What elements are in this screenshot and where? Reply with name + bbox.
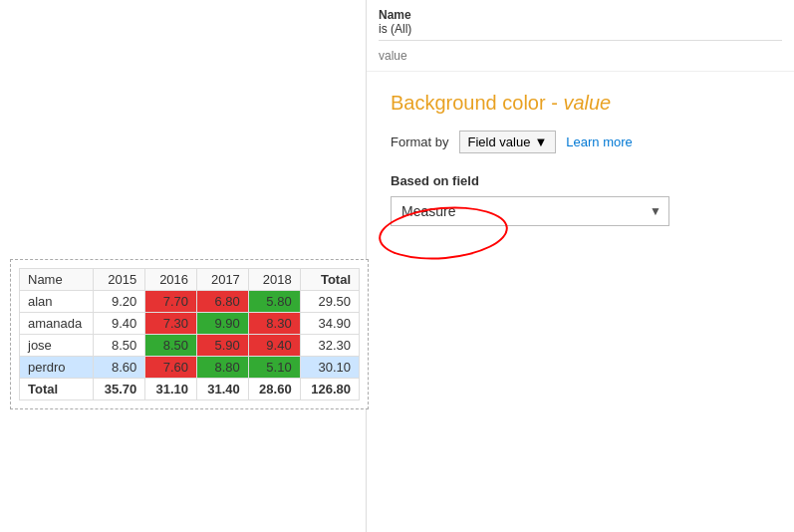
panel-content: Background color - value Format by Field…: [367, 72, 794, 246]
field-dropdown-container[interactable]: Measure ▼: [391, 196, 669, 226]
cell-2018: 5.80: [248, 291, 300, 313]
cell-name: amanada: [20, 313, 94, 335]
format-select-arrow: ▼: [534, 134, 547, 149]
table-row: perdro 8.60 7.60 8.80 5.10 30.10: [20, 357, 360, 379]
filter-header: Name is (All) value: [367, 0, 794, 72]
cell-2018: 5.10: [248, 357, 300, 379]
cell-2017: 8.80: [197, 357, 249, 379]
table-header-row: Name 2015 2016 2017 2018 Total: [20, 269, 360, 291]
col-header-2016: 2016: [145, 269, 197, 291]
cell-total-2015: 35.70: [94, 379, 145, 400]
cell-total: 32.30: [300, 335, 359, 357]
format-by-label: Format by: [391, 134, 449, 149]
cell-2017: 9.90: [197, 313, 249, 335]
cell-2016: 7.30: [145, 313, 197, 335]
table-area: Name 2015 2016 2017 2018 Total alan 9.20…: [10, 259, 369, 409]
cell-2016: 8.50: [145, 335, 197, 357]
cell-2017: 6.80: [197, 291, 249, 313]
panel-title-italic: value: [563, 92, 611, 114]
col-header-2015: 2015: [94, 269, 145, 291]
col-header-2017: 2017: [197, 269, 249, 291]
cell-2017: 5.90: [197, 335, 249, 357]
cell-total-2018: 28.60: [248, 379, 300, 400]
format-select[interactable]: Field value ▼: [459, 131, 557, 153]
cell-name: alan: [20, 291, 94, 313]
panel-title-text: Background color -: [391, 92, 563, 114]
table-row: amanada 9.40 7.30 9.90 8.30 34.90: [20, 313, 360, 335]
col-header-total: Total: [300, 269, 359, 291]
cell-name: jose: [20, 335, 94, 357]
learn-more-link[interactable]: Learn more: [566, 134, 632, 149]
cell-2016: 7.70: [145, 291, 197, 313]
cell-2018: 9.40: [248, 335, 300, 357]
panel-title: Background color - value: [391, 92, 770, 115]
filter-is-all-label: is (All): [379, 22, 782, 36]
cell-total: 29.50: [300, 291, 359, 313]
format-row: Format by Field value ▼ Learn more: [391, 131, 770, 153]
cell-total-2017: 31.40: [197, 379, 249, 400]
data-table: Name 2015 2016 2017 2018 Total alan 9.20…: [19, 268, 360, 400]
based-on-label: Based on field: [391, 173, 770, 188]
table-row: alan 9.20 7.70 6.80 5.80 29.50: [20, 291, 360, 313]
field-dropdown[interactable]: Measure: [391, 196, 669, 226]
table-row: jose 8.50 8.50 5.90 9.40 32.30: [20, 335, 360, 357]
cell-total-2016: 31.10: [145, 379, 197, 400]
cell-2015: 8.50: [94, 335, 145, 357]
cell-total-total: 126.80: [300, 379, 359, 400]
cell-total: 30.10: [300, 357, 359, 379]
cell-2016: 7.60: [145, 357, 197, 379]
value-label: value: [379, 45, 782, 63]
cell-2018: 8.30: [248, 313, 300, 335]
right-panel: Name is (All) value Background color - v…: [366, 0, 794, 532]
cell-2015: 9.20: [94, 291, 145, 313]
cell-total-label: Total: [20, 379, 94, 400]
cell-name: perdro: [20, 357, 94, 379]
filter-name-label: Name: [379, 8, 782, 22]
cell-2015: 8.60: [94, 357, 145, 379]
cell-2015: 9.40: [94, 313, 145, 335]
format-select-label: Field value: [468, 134, 531, 149]
col-header-2018: 2018: [248, 269, 300, 291]
table-total-row: Total 35.70 31.10 31.40 28.60 126.80: [20, 379, 360, 400]
cell-total: 34.90: [300, 313, 359, 335]
col-header-name: Name: [20, 269, 94, 291]
